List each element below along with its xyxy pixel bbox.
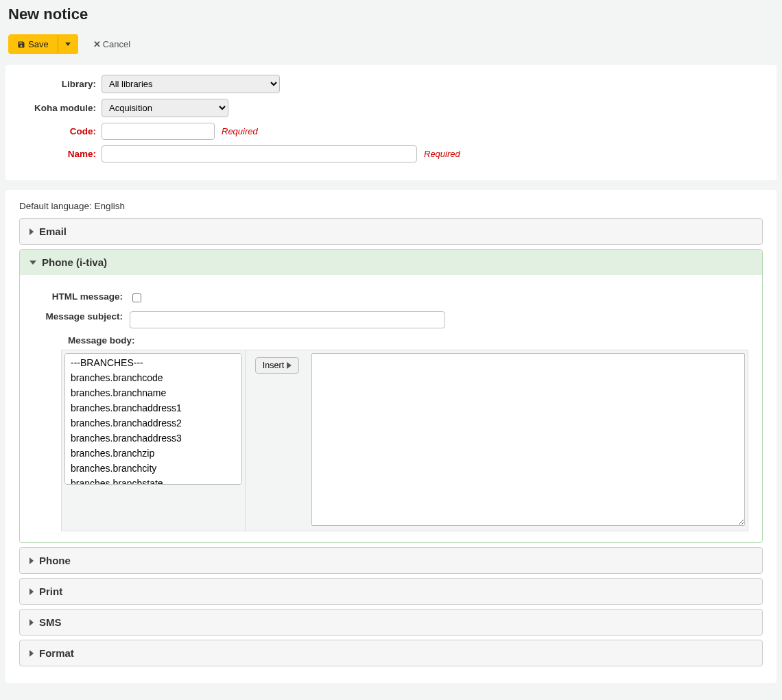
section-email-title: Email (39, 226, 67, 237)
section-phone-itiva-header[interactable]: Phone (i-tiva) (20, 250, 762, 275)
fields-listbox[interactable]: ---BRANCHES---branches.branchcodebranche… (64, 353, 242, 485)
module-select[interactable]: Acquisition (102, 99, 228, 117)
field-option[interactable]: branches.branchzip (67, 446, 240, 461)
message-body-editor: ---BRANCHES---branches.branchcodebranche… (61, 350, 748, 531)
message-subject-label: Message subject: (34, 311, 130, 322)
message-body-label: Message body: (68, 335, 748, 346)
field-option[interactable]: branches.branchname (67, 385, 240, 400)
caret-right-icon (29, 619, 34, 626)
section-phone-title: Phone (39, 555, 71, 566)
section-phone-itiva-title: Phone (i-tiva) (42, 256, 107, 268)
message-subject-input[interactable] (130, 311, 445, 328)
section-sms-header[interactable]: SMS (20, 610, 762, 635)
field-option[interactable]: branches.branchcode (67, 370, 240, 385)
name-label: Name: (19, 149, 102, 159)
code-input[interactable] (102, 123, 215, 140)
section-phone-itiva: Phone (i-tiva) HTML message: Message sub… (19, 249, 763, 543)
section-phone: Phone (19, 547, 763, 574)
section-sms: SMS (19, 609, 763, 636)
section-print: Print (19, 578, 763, 605)
html-message-label: HTML message: (34, 291, 130, 302)
notice-body-card: Default language: English Email Phone (i… (5, 190, 777, 683)
section-phone-header[interactable]: Phone (20, 548, 762, 573)
close-icon: ✕ (93, 39, 101, 49)
caret-right-icon (29, 557, 34, 564)
module-label: Koha module: (19, 103, 102, 113)
notice-header-card: Library: All libraries Koha module: Acqu… (5, 65, 777, 180)
save-button[interactable]: Save (8, 34, 58, 54)
page-title: New notice (8, 5, 777, 23)
html-message-checkbox[interactable] (132, 293, 141, 302)
field-option[interactable]: branches.branchaddress2 (67, 415, 240, 431)
section-print-title: Print (39, 586, 62, 597)
library-select[interactable]: All libraries (102, 75, 280, 93)
section-format-header[interactable]: Format (20, 640, 762, 666)
section-email: Email (19, 218, 763, 245)
field-option[interactable]: branches.branchcity (67, 461, 240, 476)
save-icon (17, 40, 25, 49)
name-required-hint: Required (424, 149, 460, 159)
caret-right-icon (29, 650, 34, 657)
cancel-button[interactable]: ✕ Cancel (85, 35, 139, 53)
library-label: Library: (19, 79, 102, 89)
action-toolbar: Save ✕ Cancel (8, 34, 777, 54)
caret-down-icon (29, 261, 36, 265)
cancel-button-label: Cancel (103, 39, 130, 49)
arrow-right-icon (287, 362, 292, 369)
default-language-value: English (95, 201, 125, 211)
caret-right-icon (29, 228, 34, 235)
caret-down-icon (65, 43, 71, 46)
field-option[interactable]: ---BRANCHES--- (67, 355, 240, 370)
save-dropdown-toggle[interactable] (58, 34, 78, 54)
insert-button[interactable]: Insert (255, 357, 299, 374)
save-button-label: Save (28, 39, 49, 49)
field-option[interactable]: branches.branchaddress1 (67, 400, 240, 415)
caret-right-icon (29, 588, 34, 595)
insert-button-label: Insert (263, 361, 284, 370)
section-format-title: Format (39, 647, 74, 659)
section-print-header[interactable]: Print (20, 579, 762, 604)
code-label: Code: (19, 126, 102, 136)
section-format: Format (19, 640, 763, 666)
default-language-label: Default language: (19, 201, 92, 211)
section-email-header[interactable]: Email (20, 219, 762, 244)
code-required-hint: Required (222, 126, 258, 136)
field-option[interactable]: branches.branchstate (67, 476, 240, 485)
name-input[interactable] (102, 145, 417, 162)
section-sms-title: SMS (39, 616, 62, 628)
message-body-textarea[interactable] (311, 353, 745, 526)
field-option[interactable]: branches.branchaddress3 (67, 431, 240, 446)
default-language-row: Default language: English (19, 201, 763, 211)
